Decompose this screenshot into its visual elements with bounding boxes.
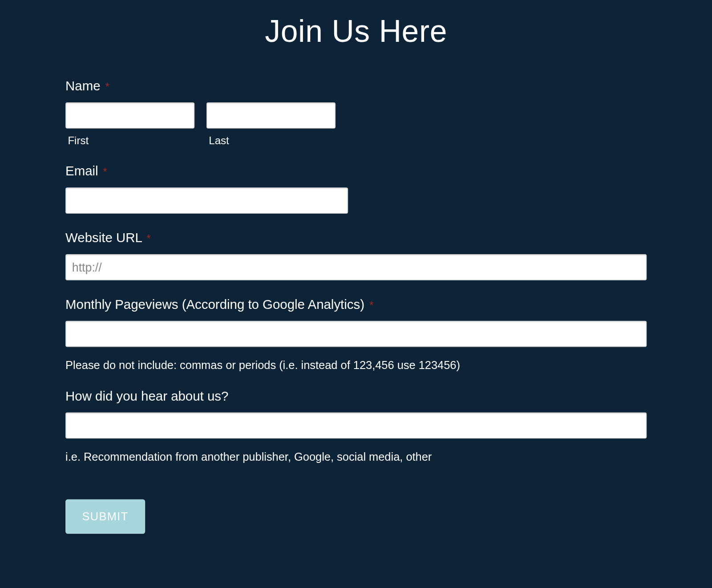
website-field: Website URL * bbox=[65, 230, 647, 280]
pageviews-required-asterisk: * bbox=[369, 300, 373, 312]
hear-label: How did you hear about us? bbox=[65, 389, 647, 404]
last-name-sublabel: Last bbox=[206, 134, 336, 147]
submit-area: SUBMIT bbox=[65, 499, 647, 534]
pageviews-input[interactable] bbox=[65, 321, 647, 347]
email-input[interactable] bbox=[65, 187, 348, 214]
email-label: Email * bbox=[65, 164, 647, 179]
name-required-asterisk: * bbox=[105, 81, 109, 93]
hear-field: How did you hear about us? i.e. Recommen… bbox=[65, 389, 647, 463]
website-required-asterisk: * bbox=[147, 233, 151, 245]
email-label-text: Email bbox=[65, 164, 98, 178]
pageviews-label-text: Monthly Pageviews (According to Google A… bbox=[65, 297, 364, 312]
first-name-sublabel: First bbox=[65, 134, 194, 147]
website-input[interactable] bbox=[65, 254, 647, 280]
last-name-input[interactable] bbox=[206, 102, 336, 129]
hear-label-text: How did you hear about us? bbox=[65, 389, 228, 403]
submit-button[interactable]: SUBMIT bbox=[65, 499, 145, 534]
pageviews-help-text: Please do not include: commas or periods… bbox=[65, 359, 647, 372]
pageviews-field: Monthly Pageviews (According to Google A… bbox=[65, 297, 647, 372]
website-label-text: Website URL bbox=[65, 230, 142, 245]
first-name-input[interactable] bbox=[65, 102, 194, 129]
email-required-asterisk: * bbox=[103, 166, 107, 178]
hear-input[interactable] bbox=[65, 413, 647, 439]
name-field: Name * First Last bbox=[65, 78, 647, 147]
email-field: Email * bbox=[65, 164, 647, 214]
page-title: Join Us Here bbox=[0, 0, 712, 78]
website-label: Website URL * bbox=[65, 230, 647, 246]
hear-help-text: i.e. Recommendation from another publish… bbox=[65, 450, 647, 463]
name-label: Name * bbox=[65, 78, 647, 94]
pageviews-label: Monthly Pageviews (According to Google A… bbox=[65, 297, 647, 312]
signup-form: Name * First Last Email * bbox=[0, 78, 712, 534]
name-label-text: Name bbox=[65, 78, 100, 93]
